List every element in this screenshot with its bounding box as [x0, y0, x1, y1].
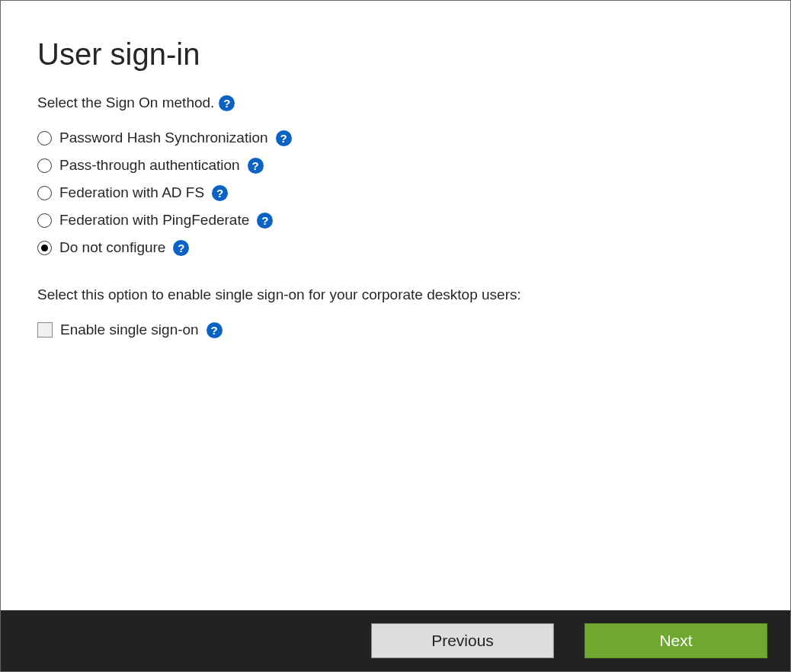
radio-button-icon: [37, 158, 52, 173]
radio-label: Federation with AD FS: [59, 184, 204, 201]
radio-pass-through-auth[interactable]: Pass-through authentication ?: [37, 157, 754, 174]
checkbox-label: Enable single sign-on: [60, 322, 199, 338]
sign-on-options: Password Hash Synchronization ? Pass-thr…: [37, 130, 754, 256]
sso-section-label: Select this option to enable single sign…: [37, 286, 754, 303]
intro-row: Select the Sign On method. ?: [37, 94, 754, 111]
intro-text: Select the Sign On method.: [37, 94, 214, 111]
radio-do-not-configure[interactable]: Do not configure ?: [37, 239, 754, 256]
checkbox-enable-sso[interactable]: Enable single sign-on ?: [37, 322, 754, 338]
help-icon[interactable]: ?: [248, 158, 264, 174]
radio-button-icon: [37, 241, 52, 255]
help-icon[interactable]: ?: [219, 95, 235, 111]
radio-label: Federation with PingFederate: [59, 212, 249, 229]
radio-federation-adfs[interactable]: Federation with AD FS ?: [37, 184, 754, 201]
next-button[interactable]: Next: [584, 623, 767, 658]
checkbox-box-icon: [37, 322, 53, 338]
radio-password-hash-sync[interactable]: Password Hash Synchronization ?: [37, 130, 754, 146]
page-title: User sign-in: [37, 37, 754, 72]
help-icon[interactable]: ?: [276, 130, 292, 146]
footer-bar: Previous Next: [1, 610, 790, 671]
help-icon[interactable]: ?: [207, 322, 223, 338]
radio-label: Password Hash Synchronization: [59, 130, 268, 146]
radio-label: Pass-through authentication: [59, 157, 240, 174]
radio-federation-pingfederate[interactable]: Federation with PingFederate ?: [37, 212, 754, 229]
help-icon[interactable]: ?: [257, 213, 273, 229]
help-icon[interactable]: ?: [212, 185, 228, 201]
radio-button-icon: [37, 186, 52, 200]
radio-button-icon: [37, 131, 52, 146]
radio-button-icon: [37, 213, 52, 228]
wizard-window: User sign-in Select the Sign On method. …: [0, 0, 791, 672]
content-area: User sign-in Select the Sign On method. …: [1, 1, 790, 610]
radio-label: Do not configure: [59, 239, 165, 256]
help-icon[interactable]: ?: [173, 240, 189, 256]
previous-button[interactable]: Previous: [371, 623, 554, 658]
